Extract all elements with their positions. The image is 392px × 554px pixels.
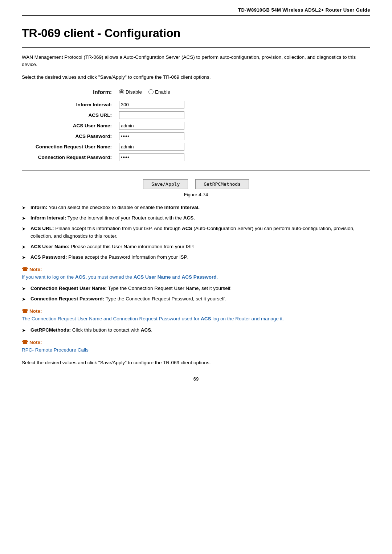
bullet-inform-interval: ➤ Inform Interval: Type the interval tim… xyxy=(22,214,370,222)
footer-text: Select the desired values and click "Sav… xyxy=(22,360,370,365)
bullet-acs-url: ➤ ACS URL: Please accept this informatio… xyxy=(22,225,370,240)
field-row-inform-interval: Inform Interval: xyxy=(22,99,370,110)
bullet-arrow-8: ➤ xyxy=(22,327,28,334)
acs-password-label: ACS Password: xyxy=(22,131,116,141)
inform-label: Inform: xyxy=(22,86,116,99)
bullet-section-3: ➤ GetRPCMethods: Click this button to co… xyxy=(22,327,370,334)
page-title: TR-069 client - Configuration xyxy=(22,26,370,40)
disable-radio-label[interactable]: Disable xyxy=(119,89,142,95)
bullet-inform-text: Inform: You can select the checkbox to d… xyxy=(30,204,200,212)
note-3-text: RPC- Remote Procedure Calls xyxy=(22,346,370,354)
acs-password-input[interactable] xyxy=(119,132,184,140)
bullet-conn-username-text: Connection Request User Name: Type the C… xyxy=(30,285,232,292)
page-number: 69 xyxy=(22,376,370,382)
inform-interval-cell xyxy=(116,99,370,110)
field-row-acs-url: ACS URL: xyxy=(22,110,370,120)
bullet-acs-username-text: ACS User Name: Please accept this User N… xyxy=(30,243,194,251)
inform-row: Inform: Disable Enable xyxy=(22,86,370,99)
config-box: WAN Management Protocol (TR-069) allows … xyxy=(22,47,370,171)
note-1-text: If you want to log on the ACS, you must … xyxy=(22,274,370,281)
bullet-section-1: ➤ Inform: You can select the checkbox to… xyxy=(22,204,370,261)
acs-username-input[interactable] xyxy=(119,122,184,130)
field-row-conn-username: Connection Request User Name: xyxy=(22,141,370,152)
note-phone-icon-3: ☎ xyxy=(22,339,28,345)
button-row: Save/Apply GetRPCMethods xyxy=(22,179,370,189)
bullet-acs-password: ➤ ACS Password: Please accept the Passwo… xyxy=(22,254,370,261)
bullet-getrpc: ➤ GetRPCMethods: Click this button to co… xyxy=(22,327,370,334)
bullet-arrow-6: ➤ xyxy=(22,285,28,292)
acs-url-label: ACS URL: xyxy=(22,110,116,120)
inform-interval-input[interactable] xyxy=(119,101,184,108)
bullet-conn-password: ➤ Connection Request Password: Type the … xyxy=(22,295,370,303)
page-header: TD-W8910GB 54M Wireless ADSL2+ Router Us… xyxy=(22,7,370,16)
conn-username-input[interactable] xyxy=(119,143,184,151)
disable-label: Disable xyxy=(126,89,142,95)
bullet-arrow-4: ➤ xyxy=(22,243,28,251)
bullet-acs-password-text: ACS Password: Please accept the Password… xyxy=(30,254,188,261)
note-3-label: ☎ Note: xyxy=(22,339,370,345)
bullet-inform-interval-text: Inform Interval: Type the interval time … xyxy=(30,214,195,222)
bullet-section-2: ➤ Connection Request User Name: Type the… xyxy=(22,285,370,303)
field-row-conn-password: Connection Request Password: xyxy=(22,152,370,163)
header-title: TD-W8910GB 54M Wireless ADSL2+ Router Us… xyxy=(238,7,370,13)
enable-radio-label[interactable]: Enable xyxy=(148,89,170,95)
note-phone-icon-1: ☎ xyxy=(22,266,28,272)
note-1-label-text: Note: xyxy=(29,267,42,272)
bullet-getrpc-text: GetRPCMethods: Click this button to cont… xyxy=(30,327,152,334)
acs-username-label: ACS User Name: xyxy=(22,120,116,131)
getrpc-button[interactable]: GetRPCMethods xyxy=(195,179,249,189)
note-3-label-text: Note: xyxy=(29,340,42,345)
config-intro-2: Select the desired values and click "Sav… xyxy=(22,74,370,81)
bullet-conn-password-text: Connection Request Password: Type the Co… xyxy=(30,295,226,303)
note-section-3: ☎ Note: RPC- Remote Procedure Calls xyxy=(22,339,370,354)
note-2-text: The Connection Request User Name and Con… xyxy=(22,315,370,323)
enable-label: Enable xyxy=(155,89,170,95)
bullet-arrow-3: ➤ xyxy=(22,225,28,233)
acs-url-cell xyxy=(116,110,370,120)
note-2-label-text: Note: xyxy=(29,308,42,314)
save-apply-button[interactable]: Save/Apply xyxy=(143,179,188,189)
disable-radio[interactable] xyxy=(119,89,124,94)
conn-password-input[interactable] xyxy=(119,153,184,161)
field-row-acs-password: ACS Password: xyxy=(22,131,370,141)
note-section-1: ☎ Note: If you want to log on the ACS, y… xyxy=(22,266,370,281)
acs-url-input[interactable] xyxy=(119,111,184,119)
bullet-inform: ➤ Inform: You can select the checkbox to… xyxy=(22,204,370,212)
bullet-arrow-1: ➤ xyxy=(22,204,28,212)
field-row-acs-username: ACS User Name: xyxy=(22,120,370,131)
acs-username-cell xyxy=(116,120,370,131)
note-phone-icon-2: ☎ xyxy=(22,308,28,314)
bullet-acs-username: ➤ ACS User Name: Please accept this User… xyxy=(22,243,370,251)
note-section-2: ☎ Note: The Connection Request User Name… xyxy=(22,308,370,323)
bullet-arrow-5: ➤ xyxy=(22,254,28,261)
acs-password-cell xyxy=(116,131,370,141)
conn-username-cell xyxy=(116,141,370,152)
inform-radio-group: Disable Enable xyxy=(116,86,370,99)
bullet-conn-username: ➤ Connection Request User Name: Type the… xyxy=(22,285,370,292)
note-2-label: ☎ Note: xyxy=(22,308,370,314)
config-intro-1: WAN Management Protocol (TR-069) allows … xyxy=(22,54,370,69)
figure-caption: Figure 4-74 xyxy=(22,192,370,197)
inform-interval-label: Inform Interval: xyxy=(22,99,116,110)
bullet-acs-url-text: ACS URL: Please accept this information … xyxy=(30,225,370,240)
enable-radio[interactable] xyxy=(148,89,154,94)
bullet-arrow-2: ➤ xyxy=(22,215,28,222)
config-form: Inform: Disable Enable Inform Interval: xyxy=(22,86,370,163)
conn-username-label: Connection Request User Name: xyxy=(22,141,116,152)
conn-password-label: Connection Request Password: xyxy=(22,152,116,163)
conn-password-cell xyxy=(116,152,370,163)
bullet-arrow-7: ➤ xyxy=(22,296,28,303)
note-1-label: ☎ Note: xyxy=(22,266,370,272)
